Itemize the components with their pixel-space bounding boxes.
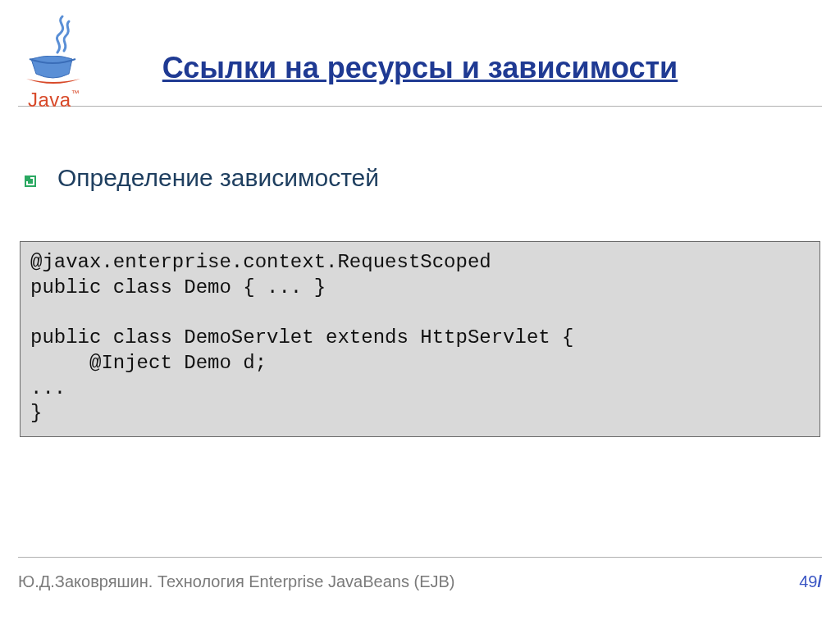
- slide-body: Определение зависимостей @javax.enterpri…: [18, 107, 822, 437]
- slide-footer: Ю.Д.Заковряшин. Технология Enterprise Ja…: [18, 557, 822, 591]
- bullet-text: Определение зависимостей: [57, 164, 379, 192]
- slide-title: Ссылки на ресурсы и зависимости: [18, 51, 822, 85]
- svg-rect-3: [25, 175, 30, 181]
- logo-text: Java: [28, 89, 71, 111]
- trademark-symbol: ™: [71, 89, 80, 98]
- bullet-icon: [23, 175, 38, 187]
- slide: Java™ Ссылки на ресурсы и зависимости Оп…: [0, 0, 840, 629]
- page-slash: /: [817, 572, 822, 590]
- logo-wordmark: Java™: [28, 89, 80, 112]
- slide-header: Java™ Ссылки на ресурсы и зависимости: [18, 0, 822, 107]
- code-block: @javax.enterprise.context.RequestScoped …: [20, 241, 820, 437]
- bullet-item: Определение зависимостей: [18, 164, 822, 192]
- page-number: 49/: [799, 572, 822, 591]
- steam-icon: [48, 15, 75, 54]
- page-number-value: 49: [799, 572, 817, 590]
- footer-text: Ю.Д.Заковряшин. Технология Enterprise Ja…: [18, 572, 455, 591]
